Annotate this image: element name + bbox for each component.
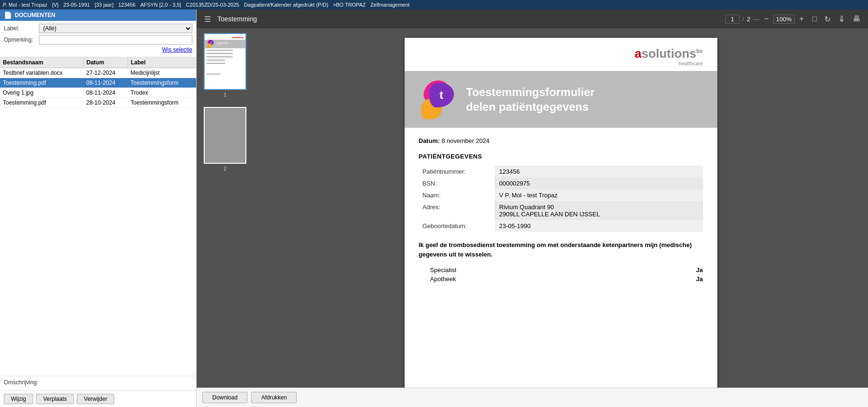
pdf-thumb-1[interactable]: asolutions t Toestemmings f xyxy=(200,33,250,97)
file-label-2: Trodex xyxy=(128,88,197,98)
opmerking-filter-input[interactable] xyxy=(39,35,192,44)
pdf-zoom-in-button[interactable]: + xyxy=(797,14,805,24)
patient-field-value-1: 000002975 xyxy=(495,177,703,189)
top-bar: P. Mol - test Tropaz [V] 23-05-1991 [33 … xyxy=(0,0,868,9)
verwijder-button[interactable]: Verwijder xyxy=(77,394,114,404)
partners-list: SpecialistJaApotheekJa xyxy=(419,266,703,283)
patient-dob: 23-05-1991 xyxy=(63,2,90,8)
file-name-1: Toestemming.pdf xyxy=(0,78,83,88)
pdf-bottom-buttons: Download Afdrukken xyxy=(197,388,868,407)
thumb-page-1-content: asolutions t Toestemmings f xyxy=(205,34,245,89)
partner-value-1: Ja xyxy=(696,275,703,283)
pdf-page-input[interactable] xyxy=(725,15,740,24)
pdf-zoom-input[interactable] xyxy=(773,15,795,24)
pdf-header-title-line1: Toestemmingsformulier xyxy=(466,85,595,99)
verplaats-button[interactable]: Verplaats xyxy=(36,394,74,404)
pdf-content-area: asolutions t Toestemmings f xyxy=(197,28,868,388)
pdf-menu-button[interactable]: ☰ xyxy=(202,14,213,25)
thumb-logo: asolutions xyxy=(205,34,245,40)
pdf-zoom-out-button[interactable]: − xyxy=(762,14,770,24)
main-layout: 📄 DOCUMENTEN Label: (Alle) Opmerking: Wi… xyxy=(0,9,868,407)
col-bestandsnaam[interactable]: Bestandsnaam xyxy=(0,57,83,68)
pdf-fit-button[interactable]: □ xyxy=(810,14,819,24)
asolutions-sub: healthcare xyxy=(634,61,703,66)
patient-afsyn: AFSYN [2,0 - 3,5] xyxy=(140,2,181,8)
patient-field-label-0: Patiëntnummer: xyxy=(419,166,495,177)
partner-name-1: Apotheek xyxy=(430,275,682,283)
documenten-title: DOCUMENTEN xyxy=(15,12,55,18)
file-datum-1: 08-11-2024 xyxy=(83,78,128,88)
datum-label: Datum: xyxy=(419,137,440,144)
patient-row-0: Patiëntnummer: 123456 xyxy=(419,166,703,177)
pdf-header-title-line2: delen patiëntgegevens xyxy=(466,99,595,114)
pdf-download-toolbar-button[interactable]: ⇓ xyxy=(836,13,847,25)
document-icon: 📄 xyxy=(4,11,12,19)
patient-row-4: Geboortedatum: 23-05-1990 xyxy=(419,220,703,232)
patient-dagpatient: Dagpatient/Kalender afgedrukt (P/D) xyxy=(244,2,328,8)
patient-row-3: Adres: Rivium Quadrant 902909LL CAPELLE … xyxy=(419,201,703,220)
patient-field-value-2: V P. Mol - test Tropaz xyxy=(495,189,703,201)
label-filter-row: Label: (Alle) xyxy=(4,24,192,33)
pdf-logo: asolutionsbv healthcare xyxy=(634,47,703,66)
wijzig-button[interactable]: Wijzig xyxy=(4,394,33,404)
file-row-0[interactable]: Testbrief variablen.docx 27-12-2024 Medi… xyxy=(0,68,196,78)
asolutions-logo-text: asolutionsbv xyxy=(634,47,703,60)
pdf-page: asolutionsbv healthcare t xyxy=(405,38,717,388)
file-label-0: Medicijnlijst xyxy=(128,68,197,78)
pdf-thumbnails: asolutions t Toestemmings f xyxy=(197,28,253,388)
pdf-thumb-2[interactable]: 2 xyxy=(200,107,250,171)
patient-version: [V] xyxy=(52,2,58,8)
file-row-3[interactable]: Toestemming.pdf 28-10-2024 Toestemmingsf… xyxy=(0,98,196,108)
blob-t-letter: t xyxy=(440,88,443,102)
pdf-header-title: Toestemmingsformulier delen patiëntgegev… xyxy=(466,85,595,114)
file-name-3: Toestemming.pdf xyxy=(0,98,83,108)
patient-dossier: C20135ZD/25-03-2025 xyxy=(186,2,239,8)
thumb-header-band: t Toestemmings formulier xyxy=(205,40,245,48)
file-datum-0: 27-12-2024 xyxy=(83,68,128,78)
label-filter-select[interactable]: (Alle) xyxy=(39,24,192,33)
file-row-2[interactable]: Overig 1.jpg 08-11-2024 Trodex xyxy=(0,88,196,98)
pdf-thumb-img-2 xyxy=(204,107,246,164)
pdf-divider: — xyxy=(753,16,760,23)
file-datum-2: 08-11-2024 xyxy=(83,88,128,98)
col-datum[interactable]: Datum xyxy=(83,57,128,68)
patient-field-label-2: Naam: xyxy=(419,189,495,201)
wis-selectie-button[interactable]: Wis selectie xyxy=(162,46,192,53)
opmerking-filter-label: Opmerking: xyxy=(4,36,37,43)
patient-field-value-4: 23-05-1990 xyxy=(495,220,703,232)
pdf-rotate-button[interactable]: ↻ xyxy=(823,14,832,25)
pdf-consent-text: Ik geef de trombosedienst toestemming om… xyxy=(419,240,703,259)
pdf-thumb-img-1: asolutions t Toestemmings f xyxy=(204,33,246,90)
pdf-logo-area: asolutionsbv healthcare xyxy=(405,38,717,71)
download-button[interactable]: Download xyxy=(202,392,247,403)
file-name-2: Overig 1.jpg xyxy=(0,88,83,98)
file-datum-3: 28-10-2024 xyxy=(83,98,128,108)
right-panel: ☰ Toestemming / 2 — − + □ ↻ ⇓ 🖶 xyxy=(197,9,868,407)
pdf-toolbar: ☰ Toestemming / 2 — − + □ ↻ ⇓ 🖶 xyxy=(197,9,868,28)
partner-name-0: Specialist xyxy=(430,266,682,274)
omschrijving-area: Omschrijving: xyxy=(0,376,196,390)
patient-zelfmanagement: Zelfmanagement xyxy=(371,2,410,8)
patient-field-label-3: Adres: xyxy=(419,201,495,220)
pdf-patient-table: Patiëntnummer: 123456 BSN: 000002975 Naa… xyxy=(419,166,703,232)
file-label-1: Toestemmingsform xyxy=(128,78,197,88)
label-filter-label: Label: xyxy=(4,25,37,32)
pdf-pagination: / 2 — − + xyxy=(725,14,806,24)
file-row-1[interactable]: Toestemming.pdf 08-11-2024 Toestemmingsf… xyxy=(0,78,196,88)
left-bottom-buttons: Wijzig Verplaats Verwijder xyxy=(0,390,196,407)
partner-value-0: Ja xyxy=(696,266,703,274)
patient-field-value-3: Rivium Quadrant 902909LL CAPELLE AAN DEN… xyxy=(495,201,703,220)
pdf-section-title: PATIËNTGEGEVENS xyxy=(419,153,703,160)
blob-purple: t xyxy=(429,83,454,107)
col-label[interactable]: Label xyxy=(128,57,197,68)
patient-id: 123456 xyxy=(118,2,136,8)
afdrukken-button[interactable]: Afdrukken xyxy=(251,392,297,403)
patient-row-1: BSN: 000002975 xyxy=(419,177,703,189)
omschrijving-label: Omschrijving: xyxy=(4,379,192,386)
pdf-print-button[interactable]: 🖶 xyxy=(851,14,862,24)
pdf-icon-group: t xyxy=(419,80,457,118)
file-name-0: Testbrief variablen.docx xyxy=(0,68,83,78)
thumb-page-2-content xyxy=(205,108,245,163)
file-label-3: Toestemmingsform xyxy=(128,98,197,108)
left-panel: 📄 DOCUMENTEN Label: (Alle) Opmerking: Wi… xyxy=(0,9,197,407)
